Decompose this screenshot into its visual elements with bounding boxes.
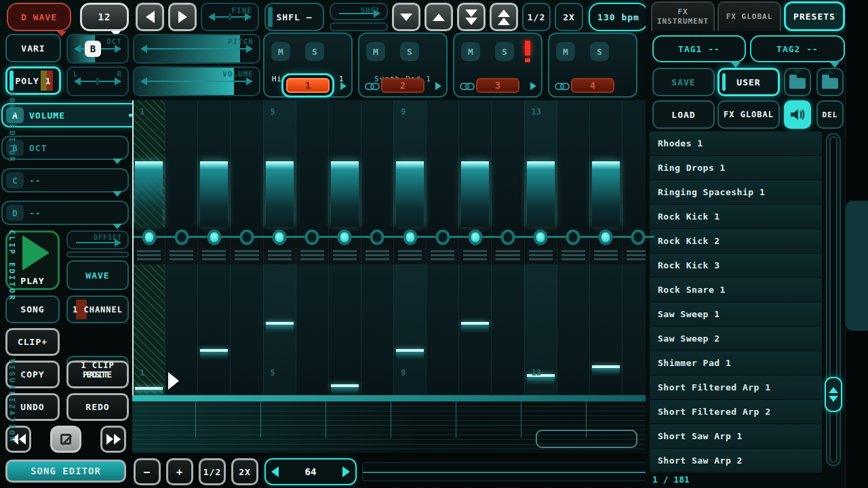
length-plus-button[interactable]: + — [166, 458, 193, 485]
channel-2[interactable]: M S Synth Pad 1 2 — [358, 33, 448, 98]
link-icon[interactable] — [365, 82, 380, 91]
tag2-dropdown[interactable]: TAG2 -- — [750, 35, 845, 62]
step-cell-bottom-10[interactable] — [426, 264, 458, 395]
step-left-button[interactable] — [136, 3, 164, 31]
offset-cell-1[interactable] — [132, 227, 165, 247]
shuffle-button[interactable]: SHFL – — [264, 3, 324, 31]
step-cell-top-11[interactable] — [458, 100, 491, 227]
preset-item[interactable]: Rock Kick 3 — [650, 253, 822, 277]
offset-dot-15[interactable] — [599, 230, 613, 245]
offset-cell-7[interactable] — [328, 227, 361, 247]
lane-d-selector[interactable]: D -- — [1, 201, 129, 225]
offset-dot-11[interactable] — [468, 230, 482, 245]
step-cell-bottom-3[interactable] — [197, 264, 230, 395]
mute-button[interactable]: M — [461, 42, 480, 61]
channel-1[interactable]: M S Hi Sinus Arp 1 1 — [263, 33, 353, 98]
preset-list[interactable]: Rhodes 1Ring Drops 1Ringing Spaceship 1R… — [650, 131, 822, 473]
channel-2-next-arrow[interactable] — [435, 82, 441, 90]
tab-fx-instrument[interactable]: FX INSTRUMENT — [651, 1, 715, 31]
preset-item[interactable]: Short Saw Arp 1 — [650, 424, 822, 448]
volume-bar-9[interactable] — [396, 161, 424, 227]
song-editor-button[interactable]: SONG EDITOR — [5, 460, 126, 483]
preview-sound-button[interactable] — [784, 100, 811, 129]
volume-bar-3[interactable] — [200, 161, 228, 227]
offset-cell-2[interactable] — [165, 227, 197, 247]
length-next-arrow[interactable] — [342, 466, 350, 477]
step-cell-bottom-4[interactable] — [230, 264, 262, 395]
step-cell-bottom-7[interactable] — [328, 264, 361, 395]
mute-button[interactable]: M — [556, 42, 575, 61]
offset-dot-2[interactable] — [174, 230, 189, 245]
oct-bar-5[interactable] — [266, 322, 294, 325]
offset-cell-14[interactable] — [557, 227, 589, 247]
redo-button[interactable]: REDO — [66, 393, 129, 421]
step-cell-top-5[interactable]: 5 — [263, 100, 296, 227]
channel-3-select-button[interactable]: 3 — [476, 78, 519, 93]
offset-slider[interactable]: OFFSET — [66, 230, 129, 249]
step-cell-top-12[interactable] — [491, 100, 524, 227]
offset-dot-5[interactable] — [273, 230, 287, 245]
preset-item[interactable]: Saw Sweep 2 — [650, 327, 822, 350]
shift-down-fast-button[interactable] — [457, 3, 486, 31]
volume-bar-11[interactable] — [461, 161, 489, 227]
volume-bar-1[interactable] — [135, 161, 163, 227]
step-cell-top-4[interactable] — [230, 100, 262, 227]
step-cell-top-6[interactable] — [296, 100, 328, 227]
channel-2-select-button[interactable]: 2 — [381, 78, 425, 93]
step-cell-bottom-12[interactable] — [491, 264, 524, 395]
step-cell-bottom-14[interactable] — [557, 264, 589, 395]
tag1-caret[interactable] — [731, 62, 741, 68]
oct-bar-9[interactable] — [396, 349, 424, 352]
tab-clip-editor[interactable]: CLIP EDITOR — [3, 201, 20, 331]
offset-dot-3[interactable] — [207, 230, 221, 245]
volume-bar-13[interactable] — [527, 161, 555, 227]
wave-mode-button[interactable]: D WAVE — [7, 3, 71, 31]
overview-view-window[interactable] — [536, 430, 637, 448]
step-cell-bottom-11[interactable] — [458, 264, 491, 395]
offset-dot-12[interactable] — [500, 230, 515, 245]
offset-cell-11[interactable] — [458, 227, 491, 247]
oct-bar-3[interactable] — [200, 349, 228, 352]
preset-item[interactable]: Rock Kick 2 — [650, 229, 822, 253]
channel-4[interactable]: M S 4 — [548, 33, 637, 98]
offset-cell-9[interactable] — [393, 227, 426, 247]
lane-b-selector[interactable]: B OCT — [1, 136, 129, 160]
step-cell-top-10[interactable] — [426, 100, 458, 227]
solo-button[interactable]: S — [590, 42, 609, 61]
step-cell-top-9[interactable]: 9 — [393, 100, 426, 227]
step-cell-top-15[interactable] — [589, 100, 622, 227]
step-cell-bottom-8[interactable] — [361, 264, 393, 395]
preset-item[interactable]: Short Filtered Arp 2 — [650, 400, 822, 424]
channel-3[interactable]: M S 3 — [453, 33, 542, 98]
offset-cell-3[interactable] — [197, 227, 230, 247]
shuffle-slider-lower[interactable] — [330, 22, 388, 31]
offset-dot-6[interactable] — [305, 230, 319, 245]
channel-1-select-button[interactable]: 1 — [286, 78, 330, 93]
tempo-double-button[interactable]: 2X — [555, 3, 583, 31]
fx-global-load-button[interactable]: FX GLOBAL — [717, 100, 780, 129]
tab-fx-global[interactable]: FX GLOBAL — [717, 1, 781, 31]
solo-button[interactable]: S — [495, 42, 514, 61]
step-cell-top-7[interactable] — [328, 100, 361, 227]
tempo-half-button[interactable]: 1/2 — [522, 3, 551, 31]
mute-button[interactable]: M — [366, 42, 385, 61]
channel-mode-button[interactable]: 1 CHANNEL — [66, 296, 129, 323]
offset-dot-10[interactable] — [435, 230, 450, 245]
lane-a-selector[interactable]: A VOLUME — [1, 103, 148, 127]
volume-bar-15[interactable] — [592, 161, 620, 227]
oct-bar-1[interactable] — [135, 387, 163, 390]
save-button[interactable]: SAVE — [652, 68, 715, 96]
load-button[interactable]: LOAD — [652, 100, 715, 129]
length-half-button[interactable]: 1/2 — [199, 458, 226, 485]
length-prev-arrow[interactable] — [271, 466, 279, 477]
offset-cell-10[interactable] — [426, 227, 458, 247]
lane-c-selector[interactable]: C -- — [1, 168, 129, 192]
step-cell-top-8[interactable] — [361, 100, 393, 227]
offset-dot-14[interactable] — [566, 230, 580, 245]
fine-tune-slider[interactable]: FINE — [201, 3, 259, 31]
octave-down-button[interactable] — [392, 3, 420, 31]
offset-dot-7[interactable] — [338, 230, 352, 245]
user-bank-button[interactable]: USER — [717, 68, 780, 96]
wave-edit-button[interactable]: WAVE — [66, 260, 129, 290]
mute-button[interactable]: M — [271, 42, 290, 61]
